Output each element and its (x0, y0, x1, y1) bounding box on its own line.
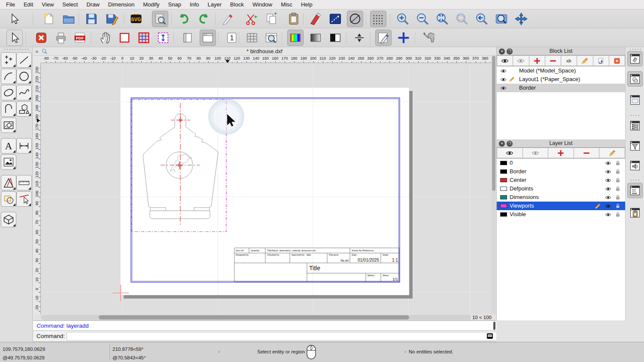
folder-button[interactable] (61, 11, 77, 27)
tool-cube-button[interactable] (1, 212, 16, 227)
tool-ellipse-button[interactable] (1, 85, 16, 100)
print-button[interactable] (53, 30, 69, 46)
pan-button[interactable] (513, 11, 529, 27)
palette-button[interactable] (287, 30, 304, 46)
win-speaker-toggle[interactable] (627, 158, 643, 173)
toolbar-handle[interactable] (3, 48, 29, 50)
pen-red-button[interactable] (220, 11, 236, 27)
svg-button[interactable] (128, 11, 144, 27)
add-block-button[interactable] (529, 55, 545, 66)
cursor-button[interactable] (6, 30, 23, 46)
zoom-in-button[interactable] (395, 11, 411, 27)
vertical-scrollbar-handle[interactable] (492, 56, 495, 191)
cursor-button[interactable] (6, 11, 22, 27)
zoom-view-button[interactable] (263, 30, 279, 46)
remove-layer-button[interactable] (574, 148, 600, 158)
win-clip-toggle[interactable] (627, 205, 643, 220)
paste-button[interactable] (286, 11, 302, 27)
block-row-border[interactable]: Border (497, 84, 625, 92)
tool-hatch-button[interactable] (1, 118, 16, 133)
drawing-canvas[interactable]: Item refQuantityTitle/Name, destination,… (41, 63, 492, 314)
plus-blue-button[interactable] (395, 30, 412, 46)
layer-row-viewports[interactable]: Viewports (497, 202, 625, 210)
block-row-model[interactable]: Model (*Model_Space) (497, 66, 625, 75)
menu-modify[interactable]: Modify (139, 1, 164, 8)
menu-info[interactable]: Info (185, 1, 204, 8)
menu-misc[interactable]: Misc (276, 1, 297, 8)
hand-button[interactable] (97, 30, 113, 46)
rect-blue-button[interactable] (327, 11, 343, 27)
tool-image-button[interactable] (1, 154, 16, 170)
scissors-button[interactable] (243, 11, 259, 27)
win-block-toggle[interactable] (627, 51, 643, 66)
tool-text-button[interactable] (1, 138, 16, 154)
zoom-out-button[interactable] (414, 11, 431, 27)
pen-page-button[interactable] (375, 30, 392, 46)
hide-all-layers-button[interactable] (523, 148, 549, 158)
tool-polyline-button[interactable] (1, 101, 16, 117)
layer-row-defpoints[interactable]: Defpoints (497, 184, 625, 193)
vertical-scrollbar[interactable] (492, 56, 496, 314)
show-all-blocks-button[interactable] (497, 55, 513, 66)
menu-layer[interactable]: Layer (204, 1, 226, 8)
one-button[interactable] (224, 30, 240, 46)
menu-select[interactable]: Select (58, 1, 82, 8)
grid-button[interactable] (244, 30, 260, 46)
command-options-icon[interactable] (487, 333, 493, 339)
zoom-auto-button[interactable] (434, 11, 450, 27)
circle-slash-button[interactable] (347, 11, 363, 27)
tool-dim-button[interactable] (16, 138, 32, 154)
panel-a-button[interactable] (179, 30, 196, 46)
rect-red-button[interactable] (116, 30, 133, 46)
layer-row-border[interactable]: Border (497, 167, 625, 176)
gradient-button[interactable] (307, 30, 324, 46)
tool-snapsel-button[interactable] (16, 191, 32, 207)
menu-view[interactable]: View (37, 1, 58, 8)
edit-block-button[interactable] (577, 55, 593, 66)
history-scrollbar[interactable] (493, 322, 495, 330)
insert-block-button[interactable] (593, 55, 609, 66)
tool-spline-button[interactable] (16, 85, 32, 100)
floppy-button[interactable] (83, 11, 100, 27)
x-red-button[interactable] (33, 30, 49, 46)
zoom-sel-button[interactable] (454, 11, 470, 27)
menu-draw[interactable]: Draw (82, 1, 103, 8)
win-filter-toggle[interactable] (627, 138, 643, 154)
purge-block-button[interactable] (609, 55, 625, 66)
flatten-button[interactable] (351, 30, 368, 46)
bw-button[interactable] (327, 30, 343, 46)
zoom-back-button[interactable] (474, 11, 490, 27)
floppy-pen-button[interactable] (104, 11, 120, 27)
tool-circle-button[interactable] (16, 69, 32, 84)
layer-row-visible[interactable]: Visible (497, 210, 625, 219)
tool-ruler-button[interactable] (16, 175, 32, 190)
tool-line-button[interactable] (16, 52, 32, 68)
layer-row-center[interactable]: Center (497, 176, 625, 184)
menu-file[interactable]: File (2, 1, 19, 8)
hide-all-blocks-button[interactable] (513, 55, 529, 66)
menu-help[interactable]: Help (297, 1, 317, 8)
tool-arc-button[interactable] (1, 69, 16, 84)
rename-block-button[interactable] (561, 55, 577, 66)
command-input[interactable] (67, 332, 513, 341)
tool-shapes-button[interactable] (16, 101, 32, 117)
win-lib-toggle[interactable] (627, 92, 643, 108)
add-layer-button[interactable] (548, 148, 574, 158)
redo-button[interactable] (196, 11, 212, 27)
copy-button[interactable] (264, 11, 280, 27)
marker-red-button[interactable] (307, 11, 324, 27)
horizontal-scrollbar-handle[interactable] (99, 315, 409, 320)
zoom-page-button[interactable] (152, 11, 168, 27)
remove-block-button[interactable] (545, 55, 561, 66)
pdf-button[interactable] (72, 30, 88, 46)
show-all-layers-button[interactable] (497, 148, 523, 158)
menu-edit[interactable]: Edit (19, 1, 37, 8)
tool-points-button[interactable] (1, 52, 16, 68)
zoom-win-button[interactable] (493, 11, 510, 27)
menu-snap[interactable]: Snap (164, 1, 185, 8)
tool-bool-button[interactable] (1, 191, 16, 207)
tool-draft-button[interactable] (1, 175, 16, 190)
grid-dots-button[interactable] (370, 11, 386, 27)
rect-grid-button[interactable] (136, 30, 152, 46)
win-cmd-toggle[interactable] (627, 183, 643, 198)
